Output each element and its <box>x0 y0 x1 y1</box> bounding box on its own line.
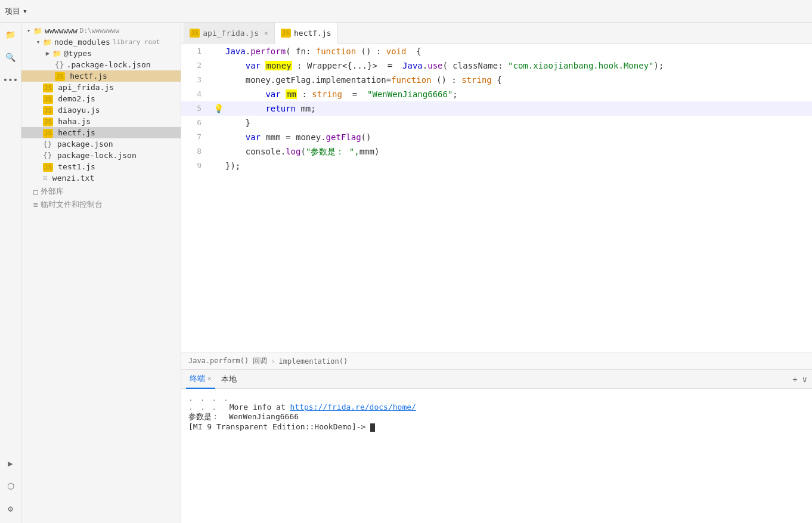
term-prompt: [MI 9 Transparent Edition::HookDemo]-> <box>188 422 370 431</box>
package-lock-label: package-lock.json <box>57 151 137 160</box>
external-lib-label: 外部库 <box>41 186 64 197</box>
run-icon-bar[interactable]: ▶ <box>2 455 19 472</box>
line-num-5: 5 <box>181 101 211 116</box>
pkg-icon: {} <box>55 60 64 69</box>
line-num-2: 2 <box>181 58 211 73</box>
term-line-dots2: . . . More info at https://frida.re/docs… <box>188 403 805 411</box>
code-editor[interactable]: 1 Java.perform( fn: function () : void {… <box>181 44 812 352</box>
top-bar: 项目 ▾ <box>0 0 812 23</box>
file-package[interactable]: {} package.json <box>21 138 181 150</box>
diaoyu-label: diaoyu.js <box>58 106 100 114</box>
demo2-label: demo2.js <box>58 94 95 103</box>
test1-label: test1.js <box>58 162 95 171</box>
root-folder-icon: 📁 <box>33 27 42 35</box>
breadcrumb-sep: › <box>271 357 275 366</box>
code-line-2: 2 var money : Wrapper<{...}> = Java.use(… <box>181 58 812 73</box>
file-haha[interactable]: JS haha.js <box>21 116 181 127</box>
tab-api-frida-icon: JS <box>190 29 200 38</box>
types-arrow: ▶ <box>43 49 52 57</box>
api-frida-icon: JS <box>43 83 53 92</box>
term-params: 参数是： WenWenJiang6666 <box>188 412 299 421</box>
code-line-9: 9 }); <box>181 159 812 173</box>
tab-api-frida-close[interactable]: ✕ <box>264 29 268 37</box>
terminal-tab-label: 终端 <box>190 373 205 384</box>
line-num-8: 8 <box>181 144 211 159</box>
file-hectf[interactable]: JS hectf.js <box>21 127 181 138</box>
line-content-7: var mmm = money.getFlag() <box>225 130 812 144</box>
package-label: package.json <box>57 140 113 148</box>
types-name: @types <box>64 49 92 58</box>
code-lines: 1 Java.perform( fn: function () : void {… <box>181 44 812 173</box>
code-line-4: 4 var mm : string = "WenWenJiang6666"; <box>181 87 812 101</box>
line-content-8: console.log("参数是： ",mmm) <box>225 144 812 159</box>
terminal-tab-close[interactable]: ✕ <box>207 375 212 382</box>
pkg-name: .package-lock.json <box>67 60 151 69</box>
types-icon: 📁 <box>52 49 61 58</box>
package-lock-inner[interactable]: {} .package-lock.json <box>21 59 181 70</box>
tab-hectf-label: hectf.js <box>294 29 331 38</box>
breadcrumb-part1: Java.perform() 回调 <box>188 356 267 366</box>
hectf-highlighted[interactable]: JS hectf.js <box>21 70 181 82</box>
sidebar: ▾ 📁 wwwwwww D:\wwwwwww ▾ 📁 node_modules … <box>21 23 181 523</box>
package-icon: {} <box>43 140 52 148</box>
line-num-3: 3 <box>181 73 211 87</box>
external-lib[interactable]: □ 外部库 <box>21 184 181 198</box>
search-icon-bar[interactable]: 🔍 <box>2 49 19 66</box>
term-cursor <box>370 423 375 432</box>
file-wenzi[interactable]: ≡ wenzi.txt <box>21 172 181 184</box>
hectf-icon: JS <box>55 72 65 81</box>
node-modules-sublabel: library root <box>113 38 160 46</box>
line-content-2: var money : Wrapper<{...}> = Java.use( c… <box>225 58 812 73</box>
local-tab[interactable]: 本地 <box>218 370 240 389</box>
terminal-tab[interactable]: 终端 ✕ <box>186 370 215 389</box>
node-modules-folder[interactable]: ▾ 📁 node_modules library root <box>21 36 181 48</box>
file-tree: ▾ 📁 wwwwwww D:\wwwwwww ▾ 📁 node_modules … <box>21 23 181 213</box>
project-label[interactable]: 项目 ▾ <box>5 6 27 17</box>
line-content-1: Java.perform( fn: function () : void { <box>225 44 812 58</box>
line-num-1: 1 <box>181 44 211 58</box>
code-line-1: 1 Java.perform( fn: function () : void { <box>181 44 812 58</box>
code-line-5: 5 💡 return mm; <box>181 101 812 116</box>
root-path: D:\wwwwwww <box>80 27 119 35</box>
line-num-6: 6 <box>181 116 211 130</box>
debug-icon-bar[interactable]: ⬡ <box>2 478 19 494</box>
dots-icon-bar[interactable]: ••• <box>2 72 19 88</box>
root-folder[interactable]: ▾ 📁 wwwwwww D:\wwwwwww <box>21 25 181 36</box>
temp-files[interactable]: ≡ 临时文件和控制台 <box>21 198 181 211</box>
term-actions: + ∨ <box>792 375 807 384</box>
term-prompt-line: [MI 9 Transparent Edition::HookDemo]-> <box>188 422 805 432</box>
term-link[interactable]: https://frida.re/docs/home/ <box>290 403 416 411</box>
root-arrow: ▾ <box>24 27 33 35</box>
terminal-chevron[interactable]: ∨ <box>802 375 807 384</box>
tab-api-frida[interactable]: JS api_frida.js ✕ <box>184 23 275 44</box>
line-content-6: } <box>225 116 812 130</box>
package-lock-icon: {} <box>43 151 52 160</box>
add-terminal-button[interactable]: + <box>792 375 797 384</box>
icon-bar: 📁 🔍 ••• ▶ ⬡ ⚙ <box>0 23 21 523</box>
wenzi-label: wenzi.txt <box>52 174 94 182</box>
node-modules-icon: 📁 <box>43 38 52 47</box>
file-demo2[interactable]: JS demo2.js <box>21 93 181 104</box>
term-line-dots1: . . . . <box>188 394 805 403</box>
file-api-frida[interactable]: JS api_frida.js <box>21 82 181 93</box>
file-test1[interactable]: JS test1.js <box>21 161 181 172</box>
settings-icon-bar[interactable]: ⚙ <box>2 500 19 517</box>
project-text: 项目 <box>5 6 20 17</box>
temp-files-label: 临时文件和控制台 <box>41 199 103 210</box>
file-package-lock[interactable]: {} package-lock.json <box>21 150 181 161</box>
tab-hectf[interactable]: JS hectf.js <box>275 23 338 44</box>
file-diaoyu[interactable]: JS diaoyu.js <box>21 104 181 116</box>
haha-icon: JS <box>43 117 53 126</box>
hectf2-icon: JS <box>43 129 53 137</box>
folder-icon-bar[interactable]: 📁 <box>2 26 19 43</box>
terminal-area: 终端 ✕ 本地 + ∨ . . . . . . . More info at <box>181 369 812 523</box>
terminal-content[interactable]: . . . . . . . More info at https://frida… <box>181 389 812 523</box>
types-folder[interactable]: ▶ 📁 @types <box>21 48 181 59</box>
line-num-4: 4 <box>181 87 211 101</box>
tab-api-frida-label: api_frida.js <box>203 29 259 38</box>
haha-label: haha.js <box>58 117 91 126</box>
terminal-tabs: 终端 ✕ 本地 + ∨ <box>181 370 812 389</box>
hectf2-label: hectf.js <box>58 128 95 137</box>
wenzi-icon: ≡ <box>43 174 48 182</box>
diaoyu-icon: JS <box>43 106 53 114</box>
